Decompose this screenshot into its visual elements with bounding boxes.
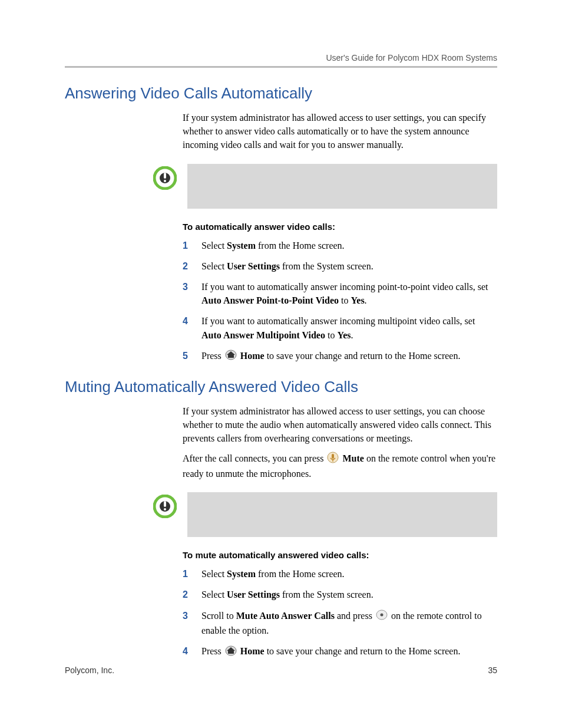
step-text: Scroll to xyxy=(201,611,236,621)
step: Press Home to save your change and retur… xyxy=(183,349,497,364)
tip-icon xyxy=(153,166,177,192)
step-text: to xyxy=(339,295,351,305)
bold: System xyxy=(227,569,256,579)
step-text: . xyxy=(351,330,353,340)
text: After the call connects, you can press xyxy=(183,453,326,463)
step-text: from the System screen. xyxy=(280,261,373,271)
step-text: from the System screen. xyxy=(280,589,373,599)
section1-steps-block: To automatically answer video calls: Sel… xyxy=(183,222,497,364)
step: Select System from the Home screen. xyxy=(183,239,497,252)
footer-left: Polycom, Inc. xyxy=(65,666,114,675)
step-text: Press xyxy=(201,646,224,656)
step-text: to xyxy=(325,330,337,340)
section-heading-muting: Muting Automatically Answered Video Call… xyxy=(65,378,497,396)
step: If you want to automatically answer inco… xyxy=(183,280,497,307)
page-number: 35 xyxy=(488,666,497,675)
svg-point-13 xyxy=(380,613,383,616)
tip-box-2 xyxy=(187,492,497,537)
bold: System xyxy=(227,241,256,251)
step: Select System from the Home screen. xyxy=(183,567,497,581)
bold: User Settings xyxy=(227,261,280,271)
page: User's Guide for Polycom HDX Room System… xyxy=(0,0,562,728)
step-text: from the Home screen. xyxy=(256,241,345,251)
section2-intro2: After the call connects, you can press M… xyxy=(183,452,497,481)
bold: Yes xyxy=(351,295,365,305)
tip-icon xyxy=(153,495,177,521)
section2-subheading: To mute automatically answered video cal… xyxy=(183,550,497,560)
step-text: Press xyxy=(201,351,224,361)
section1-subheading: To automatically answer video calls: xyxy=(183,222,497,232)
tip-row-1 xyxy=(153,164,497,209)
section2-body: If your system administrator has allowed… xyxy=(183,404,497,480)
section2-steps-block: To mute automatically answered video cal… xyxy=(183,550,497,659)
step-text: Select xyxy=(201,241,227,251)
step-text: If you want to automatically answer inco… xyxy=(201,282,488,292)
section2-steps: Select System from the Home screen. Sele… xyxy=(183,567,497,659)
step-text: . xyxy=(365,295,367,305)
step: Select User Settings from the System scr… xyxy=(183,588,497,601)
bold: Auto Answer Multipoint Video xyxy=(201,330,325,340)
step: Select User Settings from the System scr… xyxy=(183,259,497,273)
svg-rect-2 xyxy=(164,173,166,179)
section-heading-answering: Answering Video Calls Automatically xyxy=(65,84,497,103)
section1-body: If your system administrator has allowed… xyxy=(183,111,497,152)
home-icon xyxy=(225,350,237,364)
svg-rect-6 xyxy=(332,454,334,459)
bold: Home xyxy=(240,646,265,656)
step-text: Select xyxy=(201,569,227,579)
svg-rect-10 xyxy=(164,501,166,507)
bold: Auto Answer Point-to-Point Video xyxy=(201,295,339,305)
home-icon xyxy=(225,645,237,660)
step-text: Select xyxy=(201,261,227,271)
section2-intro: If your system administrator has allowed… xyxy=(183,404,497,446)
page-footer: Polycom, Inc. 35 xyxy=(65,666,497,675)
mute-icon xyxy=(327,452,339,467)
step-text: and press xyxy=(335,611,375,621)
step-text: If you want to automatically answer inco… xyxy=(201,316,475,326)
bold: Home xyxy=(240,351,265,361)
svg-point-3 xyxy=(164,180,166,182)
running-header: User's Guide for Polycom HDX Room System… xyxy=(65,53,497,62)
step: Press Home to save your change and retur… xyxy=(183,644,497,659)
step-text: Select xyxy=(201,589,227,599)
step: Scroll to Mute Auto Answer Calls and pre… xyxy=(183,609,497,638)
bold: Yes xyxy=(337,330,351,340)
step: If you want to automatically answer inco… xyxy=(183,314,497,341)
bold: Mute xyxy=(342,453,363,463)
header-rule xyxy=(65,66,497,68)
bold: Mute Auto Answer Calls xyxy=(236,611,335,621)
section1-intro: If your system administrator has allowed… xyxy=(183,111,497,152)
step-text: from the Home screen. xyxy=(256,569,345,579)
tip-box-1 xyxy=(187,164,497,209)
select-dot-icon xyxy=(376,610,388,624)
bold: User Settings xyxy=(227,589,280,599)
section1-steps: Select System from the Home screen. Sele… xyxy=(183,239,497,364)
step-text: to save your change and return to the Ho… xyxy=(265,646,461,656)
step-text: to save your change and return to the Ho… xyxy=(265,351,461,361)
svg-point-11 xyxy=(164,508,166,510)
tip-row-2 xyxy=(153,492,497,537)
